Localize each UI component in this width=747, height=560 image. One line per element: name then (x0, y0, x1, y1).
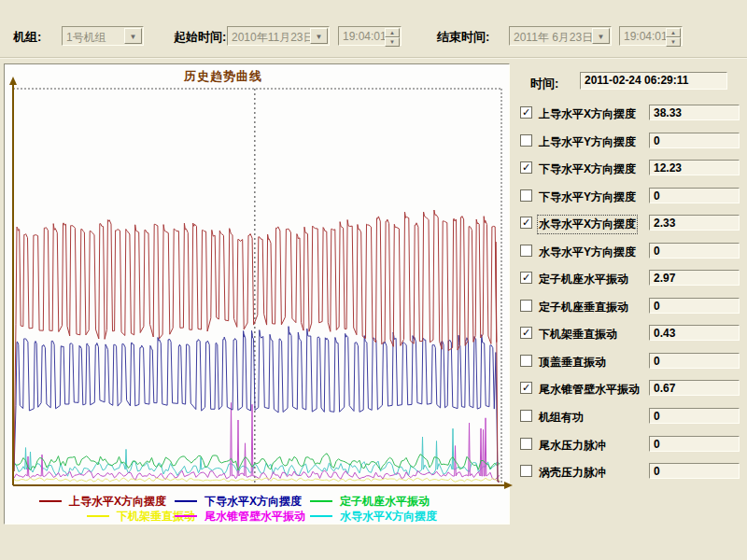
legend-swatch (175, 500, 197, 502)
channel-label: 下导水平X方向摆度 (539, 161, 636, 177)
series-下机架垂直振动 (14, 478, 500, 482)
channel-checkbox[interactable]: ✓ (520, 272, 532, 284)
channel-checkbox[interactable]: ✓ (520, 382, 532, 394)
channel-checkbox[interactable] (520, 355, 532, 367)
legend-label: 下导水平X方向摆度 (204, 495, 302, 508)
channel-label: 顶盖垂直振动 (539, 355, 606, 371)
channel-row: 顶盖垂直振动 0 (516, 348, 740, 376)
channel-checkbox[interactable]: ✓ (520, 217, 532, 229)
legend-item: 定子机座水平振动 (310, 495, 430, 508)
x-axis-arrow-icon (504, 482, 513, 489)
series-下导水平X方向摆度 (14, 327, 500, 482)
channel-value-box[interactable]: 0 (649, 463, 740, 479)
channel-value-box[interactable]: 12.23 (649, 160, 740, 175)
channel-value-box[interactable]: 2.97 (649, 270, 740, 286)
time-label: 时间: (530, 76, 558, 92)
legend-label: 上导水平X方向摆度 (69, 495, 166, 508)
channel-label: 机组有功 (539, 410, 584, 426)
channel-checkbox[interactable] (520, 465, 532, 477)
legend-label: 水导水平X方向摆度 (340, 510, 437, 523)
channel-value-box[interactable]: 38.33 (649, 105, 740, 120)
channel-value-box[interactable]: 0 (649, 298, 740, 314)
channel-value-box[interactable]: 0 (649, 133, 740, 148)
channel-checkbox[interactable] (520, 300, 532, 312)
channel-row: ✓ 下导水平X方向摆度 12.23 (516, 155, 740, 183)
channel-row: 下导水平Y方向摆度 0 (516, 183, 740, 211)
channel-checkbox[interactable] (520, 438, 532, 450)
legend-label: 尾水锥管壁水平振动 (204, 510, 305, 523)
channel-label: 定子机座水平振动 (539, 272, 628, 287)
channel-value-box[interactable]: 0.67 (649, 380, 740, 396)
channel-row: 上导水平Y方向摆度 0 (516, 128, 740, 156)
legend-label: 定子机座水平振动 (340, 495, 430, 508)
legend-swatch (310, 500, 332, 502)
channel-label: 水导水平Y方向摆度 (539, 245, 636, 260)
channel-label: 下导水平Y方向摆度 (539, 189, 636, 205)
channel-value-box[interactable]: 0 (649, 188, 740, 203)
channel-checkbox[interactable]: ✓ (520, 327, 532, 339)
channel-label: 涡壳压力脉冲 (539, 465, 606, 481)
series-水导水平X方向摆度 (14, 428, 500, 476)
legend-swatch (310, 515, 332, 517)
trend-monitor-window: 机组: 1号机组 ▼ 起始时间: 2010年11月23日 ▼ 19:04:01 … (0, 0, 747, 560)
channel-label: 下机架垂直振动 (539, 327, 617, 343)
channel-value-box[interactable]: 0 (649, 353, 740, 369)
channel-label: 尾水锥管壁水平振动 (539, 382, 640, 398)
channel-row: 涡壳压力脉冲 0 (516, 458, 740, 486)
channel-checkbox[interactable]: ✓ (520, 161, 532, 174)
legend-swatch (175, 515, 197, 517)
channel-checkbox[interactable] (520, 410, 532, 422)
channel-row: 定子机座垂直振动 0 (516, 293, 740, 321)
legend-swatch (87, 515, 109, 517)
channel-checkbox[interactable] (520, 134, 532, 147)
channel-label: 定子机座垂直振动 (539, 300, 628, 315)
channel-value-box[interactable]: 0 (649, 243, 740, 259)
channel-value-box[interactable]: 0 (649, 408, 740, 424)
legend-item: 尾水锥管壁水平振动 (175, 510, 305, 523)
channel-row: 水导水平Y方向摆度 0 (516, 238, 740, 266)
channel-row: ✓ 尾水锥管壁水平振动 0.67 (516, 375, 740, 403)
time-value-box[interactable]: 2011-02-24 06:29:11 (580, 72, 727, 90)
y-axis-arrow-icon (9, 77, 17, 85)
channel-row: ✓ 上导水平X方向摆度 38.33 (516, 100, 740, 128)
legend-item: 上导水平X方向摆度 (39, 495, 166, 508)
chart-title: 历史趋势曲线 (130, 68, 317, 85)
channel-row: ✓ 下机架垂直振动 0.43 (516, 320, 740, 348)
channel-value-box[interactable]: 0.43 (649, 325, 740, 341)
channel-label: 尾水压力脉冲 (539, 438, 606, 454)
channel-label: 上导水平X方向摆度 (539, 106, 636, 122)
legend-item: 下导水平X方向摆度 (175, 495, 302, 508)
channel-row: 机组有功 0 (516, 403, 740, 431)
channel-checkbox[interactable] (520, 189, 532, 202)
channel-checkbox[interactable] (520, 245, 532, 257)
channel-value-box[interactable]: 2.33 (649, 215, 740, 231)
channel-label: 水导水平X方向摆度 (539, 217, 636, 232)
channel-row: ✓ 定子机座水平振动 2.97 (516, 265, 740, 293)
channel-row: ✓ 水导水平X方向摆度 2.33 (516, 210, 740, 238)
legend-swatch (39, 500, 62, 502)
legend-item: 水导水平X方向摆度 (310, 510, 437, 523)
channel-row: 尾水压力脉冲 0 (516, 431, 740, 459)
channel-checkbox[interactable]: ✓ (520, 106, 532, 119)
channel-label: 上导水平Y方向摆度 (539, 134, 636, 150)
channel-list: ✓ 上导水平X方向摆度 38.33 上导水平Y方向摆度 0 ✓ 下导水平X方向摆… (516, 100, 740, 486)
channel-value-box[interactable]: 0 (649, 436, 740, 452)
